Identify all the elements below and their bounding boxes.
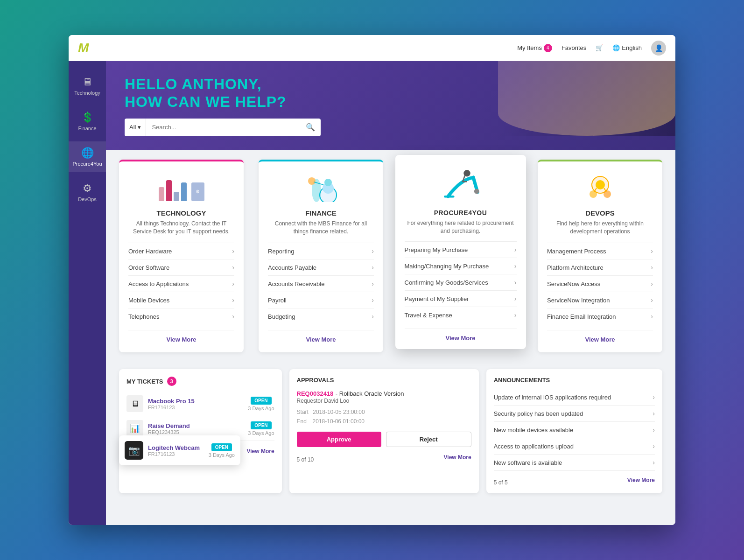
announcements-section-title: ANNOUNCEMENTS bbox=[494, 377, 655, 384]
devops-item-finance-email[interactable]: Finance Email Integration› bbox=[547, 308, 653, 324]
floating-ticket-icon: 📷 bbox=[125, 441, 143, 460]
top-navigation: M My Items 4 Favorites 🛒 🌐 English 👤 bbox=[69, 35, 675, 61]
announcements-card: ANNOUNCEMENTS Update of internal iOS app… bbox=[486, 369, 662, 493]
approvals-view-more[interactable]: View More bbox=[444, 454, 471, 461]
ticket-macbook-id: FR1716123 bbox=[148, 405, 243, 410]
procure-item-preparing[interactable]: Preparing My Purchase› bbox=[405, 241, 517, 258]
ann-item-security[interactable]: Security policy has been updated› bbox=[494, 406, 655, 422]
ticket-raise-info: Raise Demand REQ1234325 bbox=[148, 422, 243, 435]
devops-view-more[interactable]: View More bbox=[547, 330, 653, 343]
svg-point-10 bbox=[596, 180, 605, 189]
devops-item-servicenow-access[interactable]: ServiceNow Access› bbox=[547, 275, 653, 292]
reject-button[interactable]: Reject bbox=[386, 432, 471, 447]
favorites-label: Favorites bbox=[562, 44, 586, 51]
hero-people-image bbox=[498, 61, 675, 136]
finance-item-budgeting[interactable]: Budgeting› bbox=[268, 308, 374, 324]
procure4you-overlay-desc: For everything here related to procureme… bbox=[405, 219, 517, 235]
content-area: Hello Anthony, How can we help? All ▾ 🔍 bbox=[106, 61, 675, 525]
ticket-raise-status: OPEN bbox=[251, 421, 271, 429]
floating-ticket-right: OPEN 3 Days Ago bbox=[209, 443, 235, 458]
search-dropdown[interactable]: All ▾ bbox=[125, 119, 146, 136]
sidebar: 🖥 Technology 💲 Finance 🌐 Procure4You ⚙ D… bbox=[69, 61, 106, 525]
user-avatar[interactable]: 👤 bbox=[651, 41, 666, 56]
ann-item-ios[interactable]: Update of internal iOS applications requ… bbox=[494, 389, 655, 406]
sidebar-item-procure4you[interactable]: 🌐 Procure4You bbox=[69, 141, 106, 172]
search-button[interactable]: 🔍 bbox=[300, 123, 321, 132]
svg-point-4 bbox=[308, 177, 316, 185]
tickets-card: MY TICKETS 3 🖥 Macbook Pro 15 FR1716123 … bbox=[119, 369, 282, 493]
ticket-raise-id: REQ1234325 bbox=[148, 429, 243, 435]
ticket-macbook-name[interactable]: Macbook Pro 15 bbox=[148, 398, 243, 405]
favorites-nav[interactable]: Favorites bbox=[562, 44, 586, 51]
sidebar-item-devops[interactable]: ⚙ DevOps bbox=[69, 177, 106, 208]
devops-item-management[interactable]: Management Process› bbox=[547, 243, 653, 259]
floating-ticket-time: 3 Days Ago bbox=[209, 452, 235, 458]
finance-card-title: FINANCE bbox=[268, 209, 374, 217]
devops-icon: ⚙ bbox=[83, 182, 92, 195]
devops-illustration bbox=[582, 173, 619, 201]
sidebar-item-technology[interactable]: 🖥 Technology bbox=[69, 70, 106, 101]
my-items-nav[interactable]: My Items 4 bbox=[517, 44, 552, 52]
cart-nav[interactable]: 🛒 bbox=[596, 44, 603, 51]
ticket-raise-name[interactable]: Raise Demand bbox=[148, 422, 243, 429]
approval-requestor: Requestor David Loo bbox=[297, 398, 471, 404]
floating-ticket-info: Logitech Webcam FR1716123 bbox=[148, 444, 204, 457]
approval-desc: - Rollback Oracle Version bbox=[336, 390, 404, 397]
technology-icon: 🖥 bbox=[82, 76, 92, 88]
technology-card-icon-area: ⚙ bbox=[128, 171, 234, 203]
finance-card-desc: Connect with the MBS Finance for all thi… bbox=[268, 220, 374, 236]
procure4you-icon: 🌐 bbox=[81, 147, 94, 159]
app-logo[interactable]: M bbox=[78, 41, 89, 56]
devops-card: DEVOPS Find help here for everything wit… bbox=[538, 160, 662, 353]
tickets-section-title: MY TICKETS 3 bbox=[126, 377, 274, 386]
technology-view-more[interactable]: View More bbox=[128, 330, 234, 343]
approval-ref[interactable]: REQ0032418 bbox=[297, 390, 334, 397]
tech-item-telephones[interactable]: Telephones› bbox=[128, 308, 234, 324]
ticket-macbook-info: Macbook Pro 15 FR1716123 bbox=[148, 398, 243, 410]
tech-item-order-hardware[interactable]: Order Hardware› bbox=[128, 243, 234, 259]
floating-ticket-name[interactable]: Logitech Webcam bbox=[148, 444, 204, 451]
procure-item-confirming[interactable]: Confirming My Goods/Services› bbox=[405, 274, 517, 290]
approve-button[interactable]: Approve bbox=[297, 432, 381, 447]
procure4you-view-more[interactable]: View More bbox=[405, 329, 517, 342]
finance-item-accounts-receivable[interactable]: Accounts Receivable› bbox=[268, 275, 374, 292]
finance-item-payroll[interactable]: Payroll› bbox=[268, 292, 374, 308]
ann-item-upload[interactable]: Access to applications upload› bbox=[494, 438, 655, 455]
ticket-item-macbook: 🖥 Macbook Pro 15 FR1716123 OPEN 3 Days A… bbox=[126, 392, 274, 416]
finance-card-icon-area bbox=[268, 171, 374, 203]
tech-item-mobile-devices[interactable]: Mobile Devices› bbox=[128, 292, 234, 308]
floating-ticket-id: FR1716123 bbox=[148, 451, 204, 457]
finance-illustration bbox=[302, 172, 340, 202]
ticket-macbook-time: 3 Days Ago bbox=[248, 406, 274, 411]
language-nav[interactable]: 🌐 English bbox=[612, 44, 642, 51]
sidebar-label-technology: Technology bbox=[74, 90, 100, 96]
sidebar-label-devops: DevOps bbox=[78, 196, 97, 202]
floating-ticket-status: OPEN bbox=[211, 443, 232, 451]
ann-item-mobile[interactable]: New mobile devices available› bbox=[494, 422, 655, 438]
procure-item-payment[interactable]: Payment of My Supplier› bbox=[405, 290, 517, 307]
ticket-macbook-status: OPEN bbox=[251, 397, 271, 405]
approvals-paging: 5 of 10 bbox=[297, 456, 314, 463]
finance-card: FINANCE Connect with the MBS Finance for… bbox=[259, 160, 383, 353]
devops-card-title: DEVOPS bbox=[547, 209, 653, 217]
announcements-view-more[interactable]: View More bbox=[627, 477, 655, 483]
devops-item-platform[interactable]: Platform Architecture› bbox=[547, 259, 653, 275]
sidebar-item-finance[interactable]: 💲 Finance bbox=[69, 106, 106, 137]
procure-item-making[interactable]: Making/Changing My Purchase› bbox=[405, 258, 517, 274]
finance-item-accounts-payable[interactable]: Accounts Payable› bbox=[268, 259, 374, 275]
hero-image bbox=[498, 61, 675, 136]
search-input[interactable] bbox=[146, 124, 300, 131]
finance-item-reporting[interactable]: Reporting› bbox=[268, 243, 374, 259]
devops-item-servicenow-integration[interactable]: ServiceNow Integration› bbox=[547, 292, 653, 308]
procure-item-travel[interactable]: Travel & Expense› bbox=[405, 307, 517, 323]
finance-view-more[interactable]: View More bbox=[268, 330, 374, 343]
ann-item-software[interactable]: New software is available› bbox=[494, 455, 655, 471]
tech-item-order-software[interactable]: Order Software› bbox=[128, 259, 234, 275]
language-label: English bbox=[622, 44, 642, 51]
approval-dates: Start 2018-10-05 23:00:00 End 2018-10-06… bbox=[297, 408, 471, 426]
my-items-badge: 4 bbox=[544, 44, 552, 52]
tech-item-access-applications[interactable]: Access to Applicaitons› bbox=[128, 275, 234, 292]
svg-point-12 bbox=[604, 190, 611, 198]
announcements-paging: 5 of 5 bbox=[494, 479, 508, 486]
tickets-view-more[interactable]: View More bbox=[246, 448, 274, 455]
